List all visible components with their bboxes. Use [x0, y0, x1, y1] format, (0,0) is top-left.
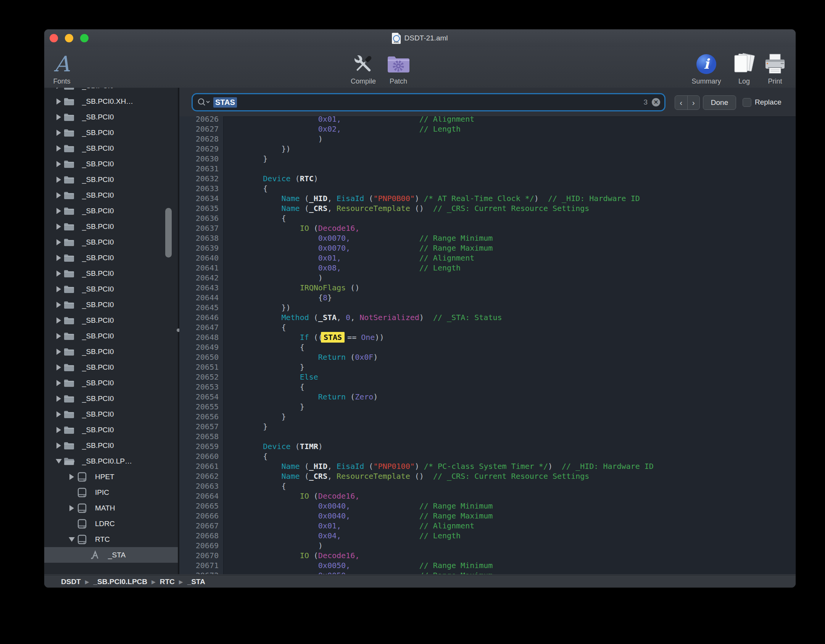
tree-item-rtc[interactable]: RTC: [44, 531, 178, 547]
disclosure-triangle-icon[interactable]: [54, 396, 63, 402]
disclosure-triangle-icon[interactable]: [54, 427, 63, 433]
tree-item--sb-pci0-xh-[interactable]: _SB.PCI0.XH…: [44, 93, 178, 109]
code-line[interactable]: 20659 Device (TIMR): [179, 441, 796, 451]
disclosure-triangle-icon[interactable]: [54, 364, 63, 370]
tree-item--sb-pci0-lp-[interactable]: _SB.PCI0.LP…: [44, 453, 178, 469]
code-line[interactable]: 20648 If ((STAS == One)): [179, 332, 796, 342]
disclosure-triangle-icon[interactable]: [67, 474, 76, 480]
tree-item--sb-pci0[interactable]: _SB.PCI0: [44, 156, 178, 172]
code-line[interactable]: 20661 Name (_HID, EisaId ("PNP0100") /* …: [179, 461, 796, 471]
code-line[interactable]: 20653 {: [179, 382, 796, 392]
tree-item--sb-pci0[interactable]: _SB.PCI0: [44, 109, 178, 125]
code-line[interactable]: 20672 0x0050, // Range Maximum: [179, 570, 796, 574]
tree-item--sb-pci0[interactable]: _SB.PCI0: [44, 375, 178, 391]
code-line[interactable]: 20643 IRQNoFlags (): [179, 283, 796, 293]
disclosure-triangle-icon[interactable]: [54, 333, 63, 339]
tree-item--sb-pci0[interactable]: _SB.PCI0: [44, 203, 178, 219]
find-next-button[interactable]: ›: [688, 96, 700, 109]
disclosure-triangle-icon[interactable]: [54, 177, 63, 183]
code-line[interactable]: 20646 Method (_STA, 0, NotSerialized) //…: [179, 312, 796, 322]
tree-item--sb-pci0[interactable]: _SB.PCI0: [44, 422, 178, 438]
code-line[interactable]: 20654 Return (Zero): [179, 392, 796, 402]
tree-item--sb-pci0[interactable]: _SB.PCI0: [44, 344, 178, 359]
fonts-button[interactable]: A Fonts: [47, 49, 77, 85]
disclosure-triangle-icon[interactable]: [54, 317, 63, 324]
disclosure-triangle-icon[interactable]: [54, 161, 63, 167]
tree-item--sb-pci0[interactable]: _SB.PCI0: [44, 281, 178, 297]
code-line[interactable]: 20640 0x01, // Alignment: [179, 253, 796, 263]
tree-item--sb-pci0[interactable]: _SB.PCI0: [44, 312, 178, 328]
compile-button[interactable]: Compile: [344, 49, 382, 85]
tree-item--sb-pci0[interactable]: _SB.PCI0: [44, 391, 178, 406]
code-line[interactable]: 20631: [179, 164, 796, 174]
code-line[interactable]: 20629 }): [179, 144, 796, 154]
code-line[interactable]: 20651 }: [179, 362, 796, 372]
clear-search-icon[interactable]: ✕: [652, 98, 660, 106]
code-line[interactable]: 20668 0x04, // Length: [179, 531, 796, 541]
tree-item--sb-pci0[interactable]: _SB.PCI0: [44, 88, 178, 93]
disclosure-triangle-icon[interactable]: [54, 459, 63, 464]
disclosure-triangle-icon[interactable]: [54, 114, 63, 120]
disclosure-triangle-icon[interactable]: [54, 411, 63, 417]
tree-item--sb-pci0[interactable]: _SB.PCI0: [44, 234, 178, 250]
code-line[interactable]: 20658: [179, 431, 796, 441]
code-line[interactable]: 20634 Name (_HID, EisaId ("PNP0B00") /* …: [179, 193, 796, 203]
find-previous-button[interactable]: ‹: [675, 96, 688, 109]
tree-item--sb-pci0[interactable]: _SB.PCI0: [44, 359, 178, 375]
breadcrumb-item[interactable]: RTC: [160, 578, 175, 586]
code-line[interactable]: 20664 IO (Decode16,: [179, 491, 796, 501]
tree-item-ldrc[interactable]: LDRC: [44, 516, 178, 531]
code-line[interactable]: 20650 Return (0x0F): [179, 352, 796, 362]
code-line[interactable]: 20642 ): [179, 273, 796, 283]
sidebar-scrollbar[interactable]: [165, 208, 172, 258]
disclosure-triangle-icon[interactable]: [54, 224, 63, 230]
tree-item--sb-pci0[interactable]: _SB.PCI0: [44, 187, 178, 203]
tree-item--sb-pci0[interactable]: _SB.PCI0: [44, 438, 178, 453]
disclosure-triangle-icon[interactable]: [54, 239, 63, 245]
disclosure-triangle-icon[interactable]: [54, 270, 63, 277]
code-line[interactable]: 20666 0x0040, // Range Maximum: [179, 511, 796, 521]
code-line[interactable]: 20638 0x0070, // Range Minimum: [179, 233, 796, 243]
code-line[interactable]: 20641 0x08, // Length: [179, 263, 796, 273]
tree-item--sb-pci0[interactable]: _SB.PCI0: [44, 297, 178, 312]
code-line[interactable]: 20627 0x02, // Length: [179, 124, 796, 134]
disclosure-triangle-icon[interactable]: [54, 286, 63, 292]
code-line[interactable]: 20655 }: [179, 402, 796, 412]
tree-item--sb-pci0[interactable]: _SB.PCI0: [44, 140, 178, 156]
disclosure-triangle-icon[interactable]: [67, 537, 76, 542]
disclosure-triangle-icon[interactable]: [54, 302, 63, 308]
tree-item--sb-pci0[interactable]: _SB.PCI0: [44, 328, 178, 344]
code-line[interactable]: 20657 }: [179, 422, 796, 431]
tree-item-ipic[interactable]: IPIC: [44, 485, 178, 500]
done-button[interactable]: Done: [703, 95, 736, 110]
code-line[interactable]: 20632 Device (RTC): [179, 174, 796, 184]
code-line[interactable]: 20628 ): [179, 134, 796, 144]
disclosure-triangle-icon[interactable]: [54, 192, 63, 198]
tree-item--sb-pci0[interactable]: _SB.PCI0: [44, 172, 178, 187]
patch-button[interactable]: Patch: [380, 49, 417, 85]
disclosure-triangle-icon[interactable]: [54, 349, 63, 355]
disclosure-triangle-icon[interactable]: [54, 380, 63, 386]
code-line[interactable]: 20644 {8}: [179, 293, 796, 303]
tree-item-math[interactable]: MATH: [44, 500, 178, 516]
code-line[interactable]: 20662 Name (_CRS, ResourceTemplate () //…: [179, 471, 796, 481]
code-view[interactable]: 20626 0x01, // Alignment20627 0x02, // L…: [179, 116, 796, 574]
code-line[interactable]: 20633 {: [179, 184, 796, 193]
breadcrumb-item[interactable]: _STA: [187, 578, 205, 586]
code-line[interactable]: 20656 }: [179, 412, 796, 422]
breadcrumb-item[interactable]: _SB.PCI0.LPCB: [93, 578, 147, 586]
tree-item--sta[interactable]: _STA: [44, 547, 178, 563]
code-line[interactable]: 20635 Name (_CRS, ResourceTemplate () //…: [179, 203, 796, 213]
disclosure-triangle-icon[interactable]: [54, 255, 63, 261]
code-line[interactable]: 20626 0x01, // Alignment: [179, 116, 796, 124]
code-line[interactable]: 20663 {: [179, 481, 796, 491]
code-line[interactable]: 20652 Else: [179, 372, 796, 382]
tree-item--sb-pci0[interactable]: _SB.PCI0: [44, 406, 178, 422]
code-line[interactable]: 20671 0x0050, // Range Minimum: [179, 560, 796, 570]
code-line[interactable]: 20670 IO (Decode16,: [179, 551, 796, 560]
code-line[interactable]: 20665 0x0040, // Range Minimum: [179, 501, 796, 511]
replace-checkbox[interactable]: [743, 98, 751, 107]
code-line[interactable]: 20636 {: [179, 213, 796, 223]
code-line[interactable]: 20630 }: [179, 154, 796, 164]
tree-item--sb-pci0[interactable]: _SB.PCI0: [44, 250, 178, 266]
